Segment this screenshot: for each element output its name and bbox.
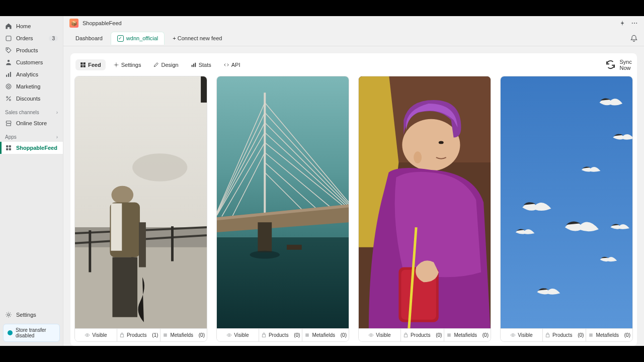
pill-products[interactable]: Products (1): [117, 329, 160, 341]
svg-point-82: [513, 334, 514, 335]
discounts-icon: [5, 95, 12, 102]
ptab-label: Design: [161, 62, 178, 68]
svg-point-63: [250, 251, 280, 259]
list-icon: [163, 332, 168, 338]
ptab-settings[interactable]: Settings: [109, 59, 146, 70]
nav-orders[interactable]: Orders 3: [0, 32, 63, 44]
sync-icon: [604, 58, 617, 71]
svg-rect-20: [80, 65, 83, 67]
svg-rect-0: [6, 36, 11, 41]
tab-label: + Connect new feed: [173, 35, 222, 41]
nav-shoppablefeed[interactable]: ShoppableFeed: [0, 142, 63, 154]
card-image: [501, 76, 632, 328]
svg-rect-24: [193, 63, 194, 67]
tab-connect-new[interactable]: + Connect new feed: [167, 32, 228, 44]
pill-label: Visible: [234, 332, 249, 338]
ptab-design[interactable]: Design: [148, 59, 183, 70]
svg-rect-23: [191, 65, 192, 67]
nav-label: ShoppableFeed: [16, 145, 58, 151]
feed-card[interactable]: Visible Products (1) Metafields (0): [74, 76, 207, 342]
svg-rect-5: [10, 72, 11, 77]
nav-home[interactable]: Home: [0, 20, 63, 32]
card-footer: Visible Products (0) Metafields (0): [501, 328, 632, 341]
brush-icon: [153, 62, 159, 68]
pill-count: (0): [199, 332, 205, 338]
svg-rect-46: [217, 237, 349, 328]
sync-button[interactable]: Sync Now: [604, 58, 632, 71]
svg-rect-4: [8, 73, 9, 77]
nav-online-store[interactable]: Online Store: [0, 117, 63, 129]
topbar: 📦 ShoppableFeed: [63, 16, 644, 30]
pill-metafields[interactable]: Metafields (0): [160, 329, 207, 341]
ptab-api[interactable]: API: [219, 59, 245, 70]
check-icon: ✓: [117, 35, 124, 42]
feed-card[interactable]: Visible Products (0) Metafields (0): [358, 76, 491, 342]
pill-visible[interactable]: Visible: [217, 329, 259, 341]
nav-marketing[interactable]: Marketing: [0, 80, 63, 93]
svg-point-15: [632, 23, 633, 24]
pill-metafields[interactable]: Metafields (0): [444, 329, 491, 341]
svg-rect-11: [9, 145, 11, 147]
products-icon: [5, 47, 12, 54]
pin-icon[interactable]: [619, 20, 626, 27]
svg-point-6: [6, 84, 11, 89]
chevron-right-icon: ›: [56, 134, 58, 140]
svg-point-27: [132, 153, 187, 182]
pill-count: (0): [482, 332, 489, 338]
pill-metafields[interactable]: Metafields (0): [586, 329, 632, 341]
sidebar: Home Orders 3 Products Customers Analyti…: [0, 16, 63, 346]
pill-count: (0): [436, 332, 442, 338]
pill-label: Metafields: [454, 332, 477, 338]
pill-visible[interactable]: Visible: [501, 329, 543, 341]
pill-label: Visible: [518, 332, 532, 338]
bag-icon: [261, 332, 267, 338]
pill-visible[interactable]: Visible: [359, 329, 401, 341]
tab-dashboard[interactable]: Dashboard: [69, 32, 109, 44]
nav-products[interactable]: Products: [0, 44, 63, 56]
main: 📦 ShoppableFeed Dashboard ✓ wdnn_officia…: [63, 16, 644, 346]
pill-products[interactable]: Products (0): [401, 329, 444, 341]
svg-rect-18: [80, 62, 83, 64]
pill-products[interactable]: Products (0): [543, 329, 586, 341]
pill-metafields[interactable]: Metafields (0): [302, 329, 349, 341]
svg-point-22: [115, 64, 117, 65]
pill-count: (0): [624, 332, 630, 338]
nav-discounts[interactable]: Discounts: [0, 93, 63, 105]
code-icon: [223, 62, 229, 68]
nav-label: Settings: [16, 312, 58, 318]
section-sales-channels[interactable]: Sales channels ›: [0, 105, 63, 117]
nav-label: Discounts: [16, 96, 58, 102]
svg-rect-12: [6, 148, 8, 150]
customers-icon: [5, 59, 12, 66]
tab-feed-account[interactable]: ✓ wdnn_official: [111, 32, 165, 45]
svg-point-9: [9, 99, 11, 101]
nav-settings[interactable]: Settings: [0, 309, 63, 321]
tab-label: wdnn_official: [126, 35, 158, 41]
svg-point-41: [87, 334, 88, 335]
ptab-stats[interactable]: Stats: [186, 59, 216, 70]
ptab-feed[interactable]: Feed: [75, 59, 106, 70]
pill-visible[interactable]: Visible: [75, 329, 117, 341]
pill-label: Products: [269, 332, 288, 338]
svg-rect-35: [201, 76, 207, 103]
store-icon: [5, 120, 12, 127]
nav-analytics[interactable]: Analytics: [0, 68, 63, 80]
feed-card[interactable]: Visible Products (0) Metafields (0): [500, 76, 633, 342]
orders-icon: [5, 35, 12, 42]
more-icon[interactable]: [631, 20, 638, 27]
svg-point-14: [8, 314, 10, 316]
app-logo: 📦: [69, 19, 78, 28]
svg-point-7: [8, 85, 10, 87]
home-icon: [5, 23, 12, 30]
nav-customers[interactable]: Customers: [0, 56, 63, 68]
tabbar: Dashboard ✓ wdnn_official + Connect new …: [63, 30, 644, 46]
svg-point-1: [7, 49, 8, 49]
pill-products[interactable]: Products (0): [259, 329, 302, 341]
bell-icon[interactable]: [630, 34, 638, 42]
section-apps[interactable]: Apps ›: [0, 129, 63, 142]
svg-point-8: [7, 97, 8, 98]
card-image: [217, 76, 349, 328]
feed-card[interactable]: Visible Products (0) Metafields (0): [216, 76, 349, 342]
eye-icon: [510, 332, 516, 338]
nav-label: Customers: [16, 59, 58, 65]
